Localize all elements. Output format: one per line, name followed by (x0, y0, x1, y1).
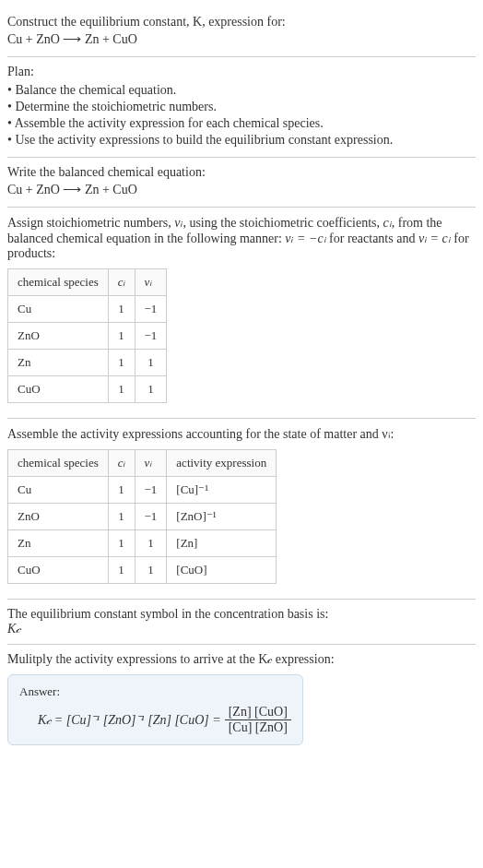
cell-ci: 1 (108, 530, 135, 557)
rule-reactants: νᵢ = −cᵢ (285, 232, 325, 245)
table-row: ZnO 1 −1 [ZnO]⁻¹ (8, 504, 277, 530)
c-i: cᵢ (383, 216, 392, 230)
cell-activity: [Cu]⁻¹ (167, 477, 277, 504)
balanced-section: Write the balanced chemical equation: Cu… (7, 158, 476, 208)
cell-ci: 1 (108, 477, 135, 504)
kc-lhs: K𝒸 = [Cu]⁻¹ [ZnO]⁻¹ [Zn] [CuO] = (38, 713, 221, 728)
col-nui: νᵢ (135, 269, 167, 296)
cell-activity: [ZnO]⁻¹ (167, 504, 277, 530)
table-header-row: chemical species cᵢ νᵢ activity expressi… (8, 450, 277, 477)
frac-numerator: [Zn] [CuO] (225, 705, 291, 720)
symbol-section: The equilibrium constant symbol in the c… (7, 600, 476, 645)
col-nui: νᵢ (135, 450, 167, 477)
stoich-mid1: , using the stoichiometric coefficients, (183, 216, 383, 230)
intro-equation: Cu + ZnO ⟶ Zn + CuO (7, 31, 476, 47)
cell-species: Zn (8, 350, 109, 376)
cell-ci: 1 (108, 323, 135, 350)
multiply-heading: Mulitply the activity expressions to arr… (7, 652, 476, 667)
stoich-table: chemical species cᵢ νᵢ Cu 1 −1 ZnO 1 −1 … (7, 268, 167, 403)
table-row: Cu 1 −1 (8, 296, 167, 323)
cell-ci: 1 (108, 557, 135, 584)
cell-species: ZnO (8, 504, 109, 530)
activity-heading: Assemble the activity expressions accoun… (7, 426, 476, 442)
cell-species: Cu (8, 296, 109, 323)
table-header-row: chemical species cᵢ νᵢ (8, 269, 167, 296)
intro-line: Construct the equilibrium constant, K, e… (7, 15, 476, 30)
cell-ci: 1 (108, 350, 135, 376)
col-ci: cᵢ (108, 269, 135, 296)
cell-species: CuO (8, 557, 109, 584)
answer-box: Answer: K𝒸 = [Cu]⁻¹ [ZnO]⁻¹ [Zn] [CuO] =… (7, 674, 303, 745)
cell-activity: [CuO] (167, 557, 277, 584)
plan-item: • Balance the chemical equation. (7, 83, 476, 98)
plan-item: • Assemble the activity expression for e… (7, 116, 476, 131)
cell-nui: 1 (135, 530, 167, 557)
intro-section: Construct the equilibrium constant, K, e… (7, 7, 476, 57)
cell-species: CuO (8, 376, 109, 403)
plan-section: Plan: • Balance the chemical equation. •… (7, 57, 476, 158)
col-activity: activity expression (167, 450, 277, 477)
kc-expression: K𝒸 = [Cu]⁻¹ [ZnO]⁻¹ [Zn] [CuO] = [Zn] [C… (38, 705, 291, 735)
col-species: chemical species (8, 450, 109, 477)
table-row: Cu 1 −1 [Cu]⁻¹ (8, 477, 277, 504)
intro-text: Construct the equilibrium constant, K, e… (7, 15, 286, 29)
cell-nui: −1 (135, 296, 167, 323)
table-row: CuO 1 1 [CuO] (8, 557, 277, 584)
cell-nui: −1 (135, 504, 167, 530)
plan-item: • Determine the stoichiometric numbers. (7, 100, 476, 114)
cell-nui: −1 (135, 477, 167, 504)
activity-section: Assemble the activity expressions accoun… (7, 419, 476, 600)
answer-label: Answer: (19, 684, 291, 699)
col-ci: cᵢ (108, 450, 135, 477)
rule-products: νᵢ = cᵢ (418, 232, 451, 245)
symbol-heading: The equilibrium constant symbol in the c… (7, 607, 476, 622)
plan-heading: Plan: (7, 65, 476, 79)
cell-activity: [Zn] (167, 530, 277, 557)
table-row: ZnO 1 −1 (8, 323, 167, 350)
cell-nui: −1 (135, 323, 167, 350)
table-row: CuO 1 1 (8, 376, 167, 403)
table-row: Zn 1 1 [Zn] (8, 530, 277, 557)
cell-ci: 1 (108, 376, 135, 403)
cell-ci: 1 (108, 296, 135, 323)
stoich-section: Assign stoichiometric numbers, νᵢ, using… (7, 208, 476, 419)
plan-list: • Balance the chemical equation. • Deter… (7, 83, 476, 148)
cell-nui: 1 (135, 350, 167, 376)
activity-table: chemical species cᵢ νᵢ activity expressi… (7, 449, 277, 584)
balanced-heading: Write the balanced chemical equation: (7, 165, 476, 180)
stoich-mid3: for reactants and (326, 232, 418, 245)
multiply-section: Mulitply the activity expressions to arr… (7, 645, 476, 753)
plan-item: • Use the activity expressions to build … (7, 133, 476, 148)
cell-species: ZnO (8, 323, 109, 350)
col-species: chemical species (8, 269, 109, 296)
frac-denominator: [Cu] [ZnO] (225, 720, 291, 735)
cell-ci: 1 (108, 504, 135, 530)
balanced-equation: Cu + ZnO ⟶ Zn + CuO (7, 182, 476, 197)
kc-fraction: [Zn] [CuO] [Cu] [ZnO] (225, 705, 291, 735)
cell-species: Zn (8, 530, 109, 557)
stoich-pre: Assign stoichiometric numbers, (7, 216, 174, 230)
cell-nui: 1 (135, 376, 167, 403)
symbol-value: K𝒸 (7, 622, 476, 636)
stoich-text: Assign stoichiometric numbers, νᵢ, using… (7, 215, 476, 261)
table-row: Zn 1 1 (8, 350, 167, 376)
cell-nui: 1 (135, 557, 167, 584)
cell-species: Cu (8, 477, 109, 504)
